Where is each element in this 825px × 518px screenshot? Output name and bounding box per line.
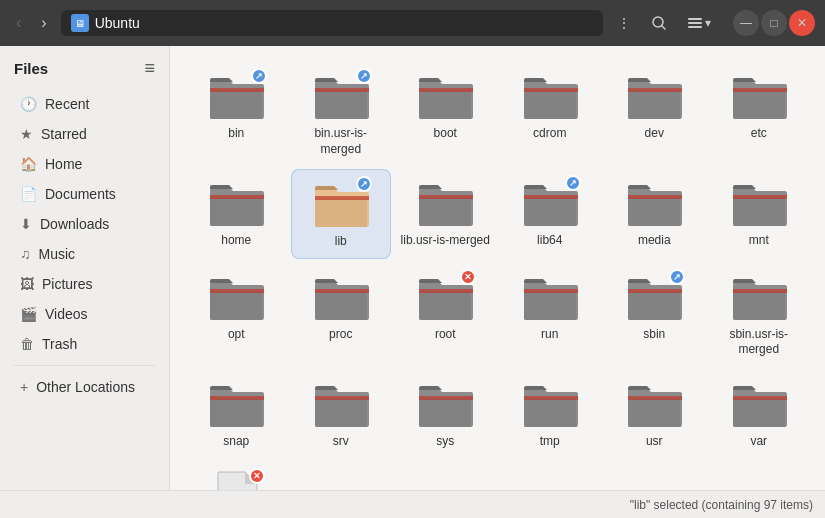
folder-svg [521, 70, 579, 122]
sidebar-item-recent[interactable]: 🕐 Recent [6, 90, 163, 118]
folder-icon-wrap [730, 70, 788, 122]
folder-icon-wrap [312, 378, 370, 430]
folder-svg [625, 70, 683, 122]
file-item-swap-img[interactable]: ✕swap.img [186, 462, 287, 490]
svg-rect-28 [733, 396, 787, 400]
folder-svg [207, 378, 265, 430]
file-item-cdrom[interactable]: cdrom [500, 62, 601, 165]
file-item-tmp[interactable]: tmp [500, 370, 601, 458]
file-item-snap[interactable]: snap [186, 370, 287, 458]
link-badge: ↗ [565, 175, 581, 191]
file-item-sbin-usr-is-merged[interactable]: sbin.usr-is-merged [709, 263, 810, 366]
file-item-sys[interactable]: sys [395, 370, 496, 458]
overflow-menu-button[interactable]: ⋮ [611, 11, 637, 35]
svg-rect-27 [628, 396, 682, 400]
folder-icon-wrap [416, 177, 474, 229]
file-item-var[interactable]: var [709, 370, 810, 458]
sidebar-item-starred[interactable]: ★ Starred [6, 120, 163, 148]
svg-rect-14 [524, 195, 578, 199]
sidebar-item-music[interactable]: ♫ Music [6, 240, 163, 268]
file-item-mnt[interactable]: mnt [709, 169, 810, 259]
svg-rect-23 [210, 396, 264, 400]
file-item-bin[interactable]: ↗bin [186, 62, 287, 165]
file-item-lib[interactable]: ↗lib [291, 169, 392, 259]
sidebar-menu-button[interactable]: ≡ [144, 58, 155, 79]
svg-rect-2 [688, 18, 702, 20]
folder-icon-wrap [625, 378, 683, 430]
sidebar-item-recent-label: Recent [45, 96, 89, 112]
svg-rect-16 [733, 195, 787, 199]
search-button[interactable] [645, 11, 673, 35]
folder-svg [207, 177, 265, 229]
folder-svg [416, 378, 474, 430]
file-item-lib64[interactable]: ↗lib64 [500, 169, 601, 259]
file-item-usr[interactable]: usr [604, 370, 705, 458]
svg-rect-21 [628, 289, 682, 293]
view-options-button[interactable]: ▾ [681, 11, 717, 35]
folder-icon-wrap: ↗ [207, 70, 265, 122]
link-badge: ↗ [669, 269, 685, 285]
svg-rect-12 [315, 196, 369, 200]
titlebar: ‹ › 🖥 Ubuntu ⋮ ▾ — □ ✕ [0, 0, 825, 46]
file-name-label: lib.usr-is-merged [401, 233, 490, 249]
file-item-opt[interactable]: opt [186, 263, 287, 366]
sidebar-item-pictures[interactable]: 🖼 Pictures [6, 270, 163, 298]
file-item-boot[interactable]: boot [395, 62, 496, 165]
location-icon: 🖥 [71, 14, 89, 32]
sidebar-item-downloads[interactable]: ⬇ Downloads [6, 210, 163, 238]
svg-rect-17 [210, 289, 264, 293]
svg-rect-7 [419, 88, 473, 92]
close-button[interactable]: ✕ [789, 10, 815, 36]
folder-svg [521, 378, 579, 430]
sidebar-item-other-locations[interactable]: + Other Locations [6, 373, 163, 401]
sidebar-item-documents[interactable]: 📄 Documents [6, 180, 163, 208]
file-item-lib-usr-is-merged[interactable]: lib.usr-is-merged [395, 169, 496, 259]
sidebar-item-home-label: Home [45, 156, 82, 172]
file-name-label: var [750, 434, 767, 450]
list-view-icon [687, 15, 703, 31]
sidebar-item-trash[interactable]: 🗑 Trash [6, 330, 163, 358]
file-name-label: media [638, 233, 671, 249]
other-locations-icon: + [20, 379, 28, 395]
folder-svg [416, 177, 474, 229]
home-icon: 🏠 [20, 156, 37, 172]
sidebar-item-videos-label: Videos [45, 306, 88, 322]
back-button[interactable]: ‹ [10, 10, 27, 36]
folder-icon-wrap [521, 70, 579, 122]
sidebar-item-home[interactable]: 🏠 Home [6, 150, 163, 178]
file-item-proc[interactable]: proc [291, 263, 392, 366]
file-item-sbin[interactable]: ↗sbin [604, 263, 705, 366]
file-item-dev[interactable]: dev [604, 62, 705, 165]
sidebar-item-videos[interactable]: 🎬 Videos [6, 300, 163, 328]
search-icon [651, 15, 667, 31]
file-item-home[interactable]: home [186, 169, 287, 259]
svg-rect-25 [419, 396, 473, 400]
file-item-etc[interactable]: etc [709, 62, 810, 165]
folder-svg [521, 271, 579, 323]
file-item-run[interactable]: run [500, 263, 601, 366]
videos-icon: 🎬 [20, 306, 37, 322]
starred-icon: ★ [20, 126, 33, 142]
file-item-srv[interactable]: srv [291, 370, 392, 458]
svg-rect-9 [628, 88, 682, 92]
svg-rect-24 [315, 396, 369, 400]
file-item-bin-usr-is-merged[interactable]: ↗bin.usr-is-merged [291, 62, 392, 165]
minimize-button[interactable]: — [733, 10, 759, 36]
file-item-media[interactable]: media [604, 169, 705, 259]
folder-svg [730, 378, 788, 430]
folder-icon-wrap [521, 378, 579, 430]
documents-icon: 📄 [20, 186, 37, 202]
sidebar-item-trash-label: Trash [42, 336, 77, 352]
file-name-label: sbin.usr-is-merged [714, 327, 804, 358]
statusbar-text: "lib" selected (containing 97 items) [630, 498, 813, 512]
folder-icon-wrap [625, 70, 683, 122]
file-item-root[interactable]: ✕root [395, 263, 496, 366]
forward-button[interactable]: › [35, 10, 52, 36]
file-grid: ↗bin ↗bin.usr-is-merged [186, 62, 809, 490]
sidebar-title: Files [14, 60, 48, 77]
maximize-button[interactable]: □ [761, 10, 787, 36]
svg-rect-20 [524, 289, 578, 293]
file-name-label: dev [645, 126, 664, 142]
sidebar-item-music-label: Music [39, 246, 76, 262]
folder-svg [207, 271, 265, 323]
